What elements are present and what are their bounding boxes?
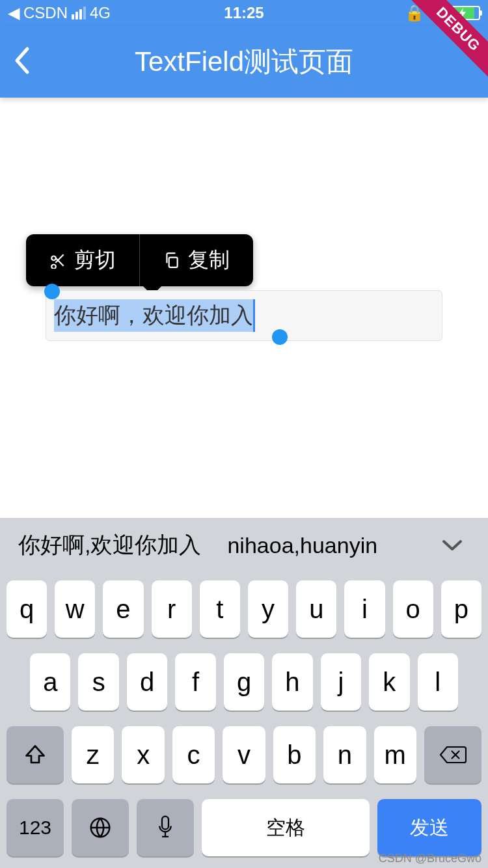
candidate-expand-button[interactable] xyxy=(435,533,470,558)
mic-key[interactable] xyxy=(137,799,194,856)
key-s[interactable]: s xyxy=(78,653,118,711)
key-t[interactable]: t xyxy=(200,580,240,638)
key-v[interactable]: v xyxy=(223,726,265,783)
text-field-value: 你好啊，欢迎你加入 xyxy=(54,299,255,332)
key-q[interactable]: q xyxy=(7,580,47,638)
svg-rect-0 xyxy=(169,258,178,267)
page-title: TextField测试页面 xyxy=(135,44,353,80)
key-i[interactable]: i xyxy=(344,580,385,638)
candidate-primary[interactable]: 你好啊,欢迎你加入 xyxy=(18,530,201,560)
key-l[interactable]: l xyxy=(418,653,458,711)
key-r[interactable]: r xyxy=(152,580,192,638)
status-time: 11:25 xyxy=(224,4,264,22)
key-h[interactable]: h xyxy=(272,653,312,711)
candidate-bar: 你好啊,欢迎你加入 nihaoa,huanyin xyxy=(0,518,488,573)
back-to-app-caret[interactable]: ◀ xyxy=(8,4,20,22)
key-b[interactable]: b xyxy=(273,726,316,783)
key-row-3: z x c v b n m xyxy=(0,718,488,791)
selection-handle-start[interactable] xyxy=(44,284,60,299)
key-row-1: q w e r t y u i o p xyxy=(0,573,488,645)
chevron-left-icon xyxy=(13,46,31,75)
microphone-icon xyxy=(156,815,175,841)
back-button[interactable] xyxy=(13,46,31,77)
copy-label: 复制 xyxy=(188,246,230,275)
shift-icon xyxy=(23,743,47,766)
key-u[interactable]: u xyxy=(296,580,336,638)
shift-key[interactable] xyxy=(7,726,64,783)
key-a[interactable]: a xyxy=(30,653,70,711)
copy-button[interactable]: 复制 xyxy=(140,246,253,275)
copy-icon xyxy=(163,252,180,269)
key-n[interactable]: n xyxy=(323,726,366,783)
key-c[interactable]: c xyxy=(172,726,215,783)
text-field[interactable]: 你好啊，欢迎你加入 xyxy=(46,290,442,341)
space-key[interactable]: 空格 xyxy=(202,799,370,856)
cut-button[interactable]: 剪切 xyxy=(26,246,139,275)
status-left: ◀ CSDN 4G xyxy=(8,4,111,22)
watermark: CSDN @BruceGwo xyxy=(379,852,481,865)
key-f[interactable]: f xyxy=(175,653,215,711)
network-label: 4G xyxy=(90,4,111,22)
key-m[interactable]: m xyxy=(374,726,416,783)
key-w[interactable]: w xyxy=(55,580,95,638)
key-x[interactable]: x xyxy=(122,726,164,783)
numbers-key[interactable]: 123 xyxy=(7,799,64,856)
key-e[interactable]: e xyxy=(103,580,143,638)
candidate-secondary[interactable]: nihaoa,huanyin xyxy=(227,533,377,558)
key-o[interactable]: o xyxy=(393,580,433,638)
text-selection-toolbar: 剪切 复制 xyxy=(26,234,253,286)
signal-icon xyxy=(72,7,86,20)
key-z[interactable]: z xyxy=(72,726,114,783)
chevron-down-icon xyxy=(441,539,463,553)
key-row-2: a s d f g h j k l xyxy=(0,645,488,718)
app-bar: TextField测试页面 xyxy=(0,26,488,98)
keyboard: 你好啊,欢迎你加入 nihaoa,huanyin q w e r t y u i… xyxy=(0,518,488,868)
selection-handle-end[interactable] xyxy=(272,329,288,345)
key-d[interactable]: d xyxy=(127,653,167,711)
key-g[interactable]: g xyxy=(224,653,264,711)
back-to-app-name[interactable]: CSDN xyxy=(23,4,68,22)
key-j[interactable]: j xyxy=(321,653,361,711)
globe-key[interactable] xyxy=(72,799,129,856)
key-p[interactable]: p xyxy=(441,580,481,638)
globe-icon xyxy=(88,815,113,840)
key-k[interactable]: k xyxy=(369,653,409,711)
key-y[interactable]: y xyxy=(248,580,288,638)
svg-rect-2 xyxy=(162,817,169,830)
backspace-key[interactable] xyxy=(424,726,481,783)
scissors-icon xyxy=(49,252,66,269)
send-key[interactable]: 发送 xyxy=(377,799,481,856)
backspace-icon xyxy=(439,744,467,765)
cut-label: 剪切 xyxy=(74,246,116,275)
